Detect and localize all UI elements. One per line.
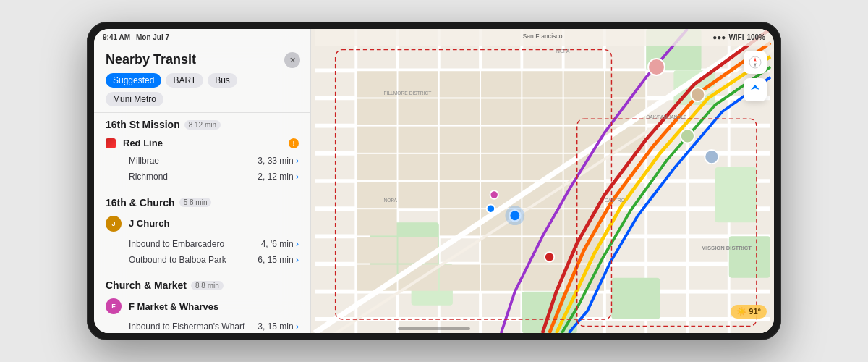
svg-rect-36 bbox=[357, 98, 396, 125]
ipad-frame: 9:41 AM Mon Jul 7 ●●● WiFi 100% Nearby T… bbox=[87, 22, 781, 340]
status-wifi: WiFi bbox=[728, 33, 744, 41]
direction-millbrae[interactable]: Millbrae 3, 33 min › bbox=[94, 153, 310, 169]
svg-rect-54 bbox=[522, 154, 562, 180]
svg-rect-28 bbox=[729, 236, 770, 277]
sidebar-content[interactable]: 16th St Mission 8 12 min Red Line ! Mill… bbox=[94, 113, 310, 333]
direction-fishermans[interactable]: Inbound to Fisherman's Wharf 3, 15 min › bbox=[94, 319, 310, 333]
station-header-church-market: Church & Market 8 8 min bbox=[94, 274, 310, 294]
status-time: 9:41 AM bbox=[103, 33, 130, 41]
divider-1 bbox=[106, 188, 299, 188]
station-header-16th-mission: 16th St Mission 8 12 min bbox=[94, 113, 310, 133]
filter-tab-suggested[interactable]: Suggested bbox=[106, 73, 161, 88]
svg-marker-100 bbox=[754, 57, 757, 62]
weather-temp: 91° bbox=[749, 307, 761, 316]
svg-rect-39 bbox=[481, 98, 521, 125]
filter-tab-muni[interactable]: Muni Metro bbox=[106, 92, 163, 106]
station-badge-church-market: 8 8 min bbox=[191, 281, 224, 290]
svg-text:OAK/PANHANDLE: OAK/PANHANDLE bbox=[646, 114, 687, 119]
svg-rect-41 bbox=[564, 98, 604, 125]
station-badge-16th-church: 5 8 min bbox=[179, 198, 212, 207]
station-section-16th-mission: 16th St Mission 8 12 min Red Line ! Mill… bbox=[94, 113, 310, 185]
f-line-icon: F bbox=[106, 298, 122, 314]
direction-embarcadero-name: Inbound to Embarcadero bbox=[129, 239, 261, 249]
svg-rect-69 bbox=[481, 237, 521, 263]
direction-millbrae-times: 3, 33 min › bbox=[258, 156, 299, 166]
svg-rect-68 bbox=[399, 237, 438, 263]
svg-text:NOPA: NOPA bbox=[556, 49, 570, 54]
line-entry-j[interactable]: J J Church bbox=[94, 211, 310, 236]
svg-rect-73 bbox=[399, 265, 438, 291]
svg-point-90 bbox=[505, 206, 524, 225]
station-badge-16th-mission: 8 12 min bbox=[184, 120, 221, 130]
svg-rect-46 bbox=[481, 127, 521, 153]
station-name-16th-church: 16th & Church bbox=[106, 197, 175, 209]
direction-balboa-outbound[interactable]: Outbound to Balboa Park 6, 15 min › bbox=[94, 252, 310, 268]
status-date: Mon Jul 7 bbox=[136, 33, 169, 41]
svg-rect-72 bbox=[357, 265, 396, 291]
close-button[interactable]: ✕ bbox=[284, 52, 300, 68]
compass-button[interactable] bbox=[744, 51, 767, 74]
svg-rect-48 bbox=[564, 127, 604, 153]
line-entry-red[interactable]: Red Line ! bbox=[94, 133, 310, 153]
j-line-icon: J bbox=[106, 216, 122, 232]
ipad-screen: 9:41 AM Mon Jul 7 ●●● WiFi 100% Nearby T… bbox=[94, 29, 774, 333]
svg-rect-57 bbox=[399, 182, 438, 208]
svg-rect-37 bbox=[399, 98, 438, 125]
map-area[interactable]: FILLMORE DISTRICT NOPA OAK/PANHANDLE CAS… bbox=[311, 29, 774, 333]
f-line-name: F Market & Wharves bbox=[129, 301, 299, 312]
location-button[interactable] bbox=[744, 78, 767, 101]
svg-rect-27 bbox=[715, 167, 757, 222]
red-line-icon bbox=[106, 138, 116, 148]
svg-rect-70 bbox=[522, 237, 562, 263]
j-line-name: J Church bbox=[129, 218, 299, 229]
home-indicator bbox=[398, 327, 470, 330]
svg-point-88 bbox=[545, 252, 554, 261]
direction-millbrae-name: Millbrae bbox=[129, 156, 258, 166]
station-section-16th-church: 16th & Church 5 8 min J J Church Inbound… bbox=[94, 191, 310, 268]
filter-tabs: Suggested BART Bus Muni Metro bbox=[106, 73, 299, 106]
status-bar: 9:41 AM Mon Jul 7 ●●● WiFi 100% bbox=[94, 29, 774, 45]
divider-2 bbox=[106, 271, 299, 272]
main-content: Nearby Transit ✕ Suggested BART Bus Muni… bbox=[94, 29, 774, 333]
direction-embarcadero-times: 4, '6 min › bbox=[261, 239, 299, 249]
svg-text:NOPA: NOPA bbox=[383, 198, 397, 203]
svg-rect-33 bbox=[522, 71, 562, 97]
svg-rect-34 bbox=[564, 71, 604, 97]
direction-richmond-name: Richmond bbox=[129, 172, 258, 182]
line-entry-f[interactable]: F F Market & Wharves bbox=[94, 294, 310, 319]
svg-text:MISSION DISTRICT: MISSION DISTRICT bbox=[702, 245, 752, 251]
station-name-church-market: Church & Market bbox=[106, 279, 187, 291]
filter-tab-bart[interactable]: BART bbox=[166, 73, 203, 88]
svg-point-93 bbox=[648, 59, 665, 75]
direction-richmond[interactable]: Richmond 2, 12 min › bbox=[94, 169, 310, 185]
svg-rect-67 bbox=[357, 237, 396, 263]
status-bar-right: ●●● WiFi 100% bbox=[712, 33, 765, 41]
svg-marker-101 bbox=[754, 63, 757, 67]
map-controls bbox=[744, 51, 767, 101]
svg-rect-50 bbox=[357, 154, 396, 180]
svg-text:CASTRO: CASTRO bbox=[605, 198, 625, 203]
status-signal: ●●● bbox=[712, 33, 726, 41]
status-bar-left: 9:41 AM Mon Jul 7 bbox=[103, 33, 169, 41]
svg-rect-59 bbox=[481, 182, 521, 208]
status-battery: 100% bbox=[746, 33, 765, 41]
svg-rect-60 bbox=[522, 182, 562, 208]
svg-point-91 bbox=[490, 190, 498, 198]
direction-fishermans-name: Inbound to Fisherman's Wharf bbox=[129, 321, 258, 332]
svg-rect-74 bbox=[440, 265, 480, 291]
svg-rect-44 bbox=[399, 127, 438, 153]
svg-text:FILLMORE DISTRICT: FILLMORE DISTRICT bbox=[383, 90, 431, 96]
sidebar-panel: Nearby Transit ✕ Suggested BART Bus Muni… bbox=[94, 29, 311, 333]
svg-rect-32 bbox=[481, 71, 521, 97]
svg-rect-45 bbox=[440, 127, 480, 153]
svg-rect-58 bbox=[440, 182, 480, 208]
svg-rect-38 bbox=[440, 98, 480, 125]
svg-rect-75 bbox=[481, 265, 521, 291]
direction-embarcadero-inbound[interactable]: Inbound to Embarcadero 4, '6 min › bbox=[94, 236, 310, 252]
svg-rect-40 bbox=[522, 98, 562, 125]
svg-rect-52 bbox=[440, 154, 480, 180]
filter-tab-bus[interactable]: Bus bbox=[208, 73, 237, 88]
direction-richmond-times: 2, 12 min › bbox=[258, 172, 299, 182]
red-line-name: Red Line bbox=[123, 138, 281, 148]
direction-balboa-times: 6, 15 min › bbox=[258, 255, 299, 265]
